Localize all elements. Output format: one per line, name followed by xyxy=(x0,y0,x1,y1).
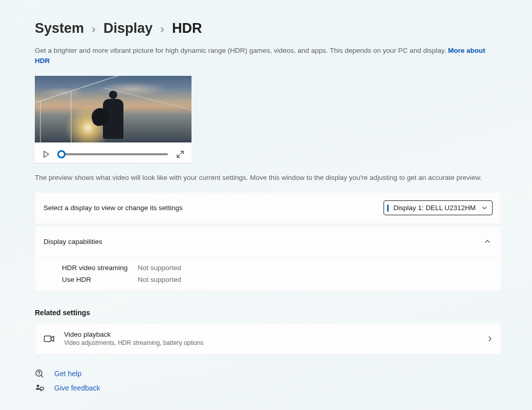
capability-key: Use HDR xyxy=(62,276,138,283)
related-item-title: Video playback xyxy=(64,331,204,338)
related-settings-header: Related settings xyxy=(35,309,501,317)
display-selector-label: Select a display to view or change its s… xyxy=(44,204,183,212)
give-feedback-link[interactable]: Give feedback xyxy=(35,383,501,393)
get-help-label: Get help xyxy=(54,370,81,378)
display-capabilities-label: Display capabilities xyxy=(44,238,102,245)
feedback-icon xyxy=(35,383,44,393)
give-feedback-label: Give feedback xyxy=(54,384,100,392)
svg-point-3 xyxy=(37,384,39,387)
play-icon[interactable] xyxy=(42,150,50,158)
display-capabilities-header[interactable]: Display capabilities xyxy=(35,227,501,257)
chevron-up-icon[interactable] xyxy=(482,235,493,249)
related-item-subtitle: Video adjustments, HDR streaming, batter… xyxy=(64,339,204,346)
chevron-right-icon xyxy=(91,24,96,35)
video-playback-setting[interactable]: Video playback Video adjustments, HDR st… xyxy=(35,323,501,354)
chevron-right-icon xyxy=(487,334,493,343)
display-capabilities-body: HDR video streaming Not supported Use HD… xyxy=(35,257,501,291)
breadcrumb-system[interactable]: System xyxy=(35,20,84,36)
help-icon xyxy=(35,369,44,378)
capability-value: Not supported xyxy=(138,264,493,272)
preview-video-thumbnail[interactable] xyxy=(35,76,191,142)
fullscreen-icon[interactable] xyxy=(176,150,184,158)
breadcrumb-current: HDR xyxy=(172,20,202,36)
chevron-right-icon xyxy=(160,24,165,35)
display-dropdown-value: Display 1: DELL U2312HM xyxy=(389,204,476,212)
preview-caption: The preview shows what video will look l… xyxy=(35,173,501,183)
svg-point-2 xyxy=(38,374,39,375)
capability-value: Not supported xyxy=(138,276,493,283)
video-camera-icon xyxy=(44,334,55,343)
capability-key: HDR video streaming xyxy=(62,264,138,272)
svg-rect-0 xyxy=(45,336,51,341)
brightness-slider[interactable] xyxy=(58,150,168,159)
display-dropdown[interactable]: Display 1: DELL U2312HM xyxy=(384,200,493,215)
hdr-preview xyxy=(35,76,191,163)
svg-rect-4 xyxy=(40,387,44,389)
description-text: Get a brighter and more vibrant picture … xyxy=(35,47,448,54)
breadcrumb: System Display HDR xyxy=(35,20,501,36)
breadcrumb-display[interactable]: Display xyxy=(103,20,153,36)
chevron-down-icon xyxy=(482,204,487,212)
get-help-link[interactable]: Get help xyxy=(35,369,501,378)
display-selector-row: Select a display to view or change its s… xyxy=(35,193,501,223)
page-description: Get a brighter and more vibrant picture … xyxy=(35,46,501,67)
slider-thumb[interactable] xyxy=(57,150,66,158)
